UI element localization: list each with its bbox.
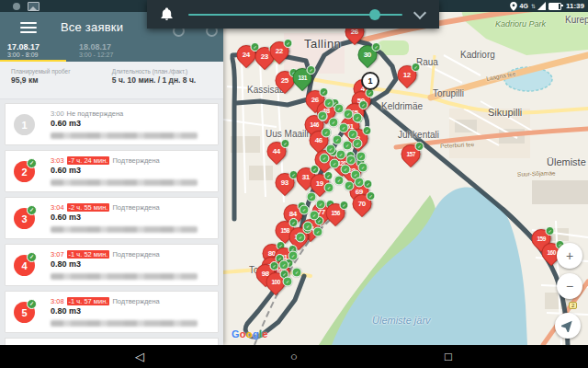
red-map-pin[interactable]: 157✓ — [401, 144, 421, 164]
notification-app-icon — [13, 3, 20, 10]
completed-stop-dot[interactable]: ✓ — [324, 183, 334, 193]
location-pin-icon — [510, 2, 517, 11]
tab-date-2[interactable]: 18.08.17 3:00 - 12:27 — [72, 42, 143, 62]
request-time: 3:04 — [51, 203, 64, 212]
completed-stop-dot[interactable]: ✓ — [343, 141, 353, 151]
request-address-blurred — [51, 273, 198, 280]
completed-stop-dot[interactable]: ✓ — [320, 154, 330, 164]
completed-stop-dot[interactable]: ✓ — [353, 139, 363, 149]
slider-thumb[interactable] — [369, 9, 380, 20]
completed-stop-dot[interactable]: ✓ — [279, 260, 289, 270]
home-button[interactable]: ○ — [290, 345, 298, 368]
map-label: Kadriorg — [460, 50, 495, 60]
menu-icon[interactable] — [20, 22, 37, 33]
notification-shade[interactable] — [147, 0, 439, 29]
sidebar-panel: Все заявки 17.08.17 3:00 - 8:09 18.08.17… — [0, 0, 223, 345]
check-badge-icon: ✓ — [546, 226, 555, 236]
battery-icon — [548, 3, 561, 10]
completed-stop-dot[interactable]: ✓ — [333, 135, 343, 145]
request-card[interactable]: 4 ✓ 3:07 -1 ч. 52 мин. Подтверждена 0.80… — [5, 244, 219, 286]
page-title: Все заявки — [61, 20, 123, 34]
completed-stop-dot[interactable]: ✓ — [353, 113, 363, 123]
red-map-pin[interactable]: 22✓ — [270, 41, 289, 61]
bell-icon — [160, 7, 174, 21]
chevron-down-icon[interactable] — [413, 6, 426, 18]
map-label: Juhkentali — [398, 130, 439, 140]
red-map-pin[interactable]: 24✓ — [237, 45, 256, 64]
recents-button[interactable]: □ — [445, 345, 452, 368]
delay-badge: -2 ч. 55 мин. — [67, 203, 110, 212]
map-label: Tallinn — [304, 37, 341, 51]
request-card[interactable]: 5 ✓ 3:08 -1 ч. 57 мин. Подтверждена 0.80… — [5, 291, 219, 333]
confirmed-check-icon: ✓ — [27, 158, 37, 168]
request-card[interactable]: 3 ✓ 3:04 -2 ч. 55 мин. Подтверждена 0.60… — [5, 197, 219, 239]
completed-stop-dot[interactable]: ✓ — [288, 251, 299, 261]
completed-stop-dot[interactable]: ✓ — [339, 123, 349, 133]
map-label: Torupilli — [433, 88, 464, 98]
completed-stop-dot[interactable]: ✓ — [346, 155, 356, 166]
map-label: Sikupilli — [488, 107, 522, 118]
request-list[interactable]: 1 3:00 Не подтверждена 0.60 m3 2 ✓ 3:03 … — [0, 98, 223, 345]
check-badge-icon: ✓ — [412, 63, 421, 72]
red-map-pin[interactable]: 25✓ — [276, 71, 295, 90]
delay-badge: -7 ч. 24 мин. — [67, 156, 110, 165]
completed-stop-dot[interactable]: ✓ — [358, 163, 368, 173]
request-number-badge: 5 ✓ — [14, 302, 35, 323]
completed-stop-dot[interactable]: ✓ — [303, 222, 313, 232]
red-map-pin[interactable]: 93✓ — [276, 173, 295, 192]
request-status: Подтверждена — [112, 203, 159, 212]
completed-stop-dot[interactable]: ✓ — [355, 178, 365, 188]
completed-stop-dot[interactable]: ✓ — [322, 128, 332, 138]
red-map-pin[interactable]: 70✓ — [353, 194, 372, 213]
request-status: Подтверждена — [112, 156, 159, 165]
zoom-out-button[interactable]: − — [557, 273, 582, 299]
tab-date-1[interactable]: 17.08.17 3:00 - 8:09 — [0, 42, 72, 62]
request-card-partial[interactable] — [5, 338, 219, 345]
completed-stop-dot[interactable]: ✓ — [318, 111, 328, 121]
brightness-slider[interactable] — [188, 14, 402, 16]
numbered-circle-marker[interactable]: 1 — [361, 72, 379, 90]
completed-stop-dot[interactable]: ✓ — [307, 192, 317, 202]
completed-stop-dot[interactable]: ✓ — [341, 165, 351, 175]
android-nav-bar: ◁ ○ □ — [0, 345, 588, 368]
red-map-pin[interactable]: 12✓ — [398, 65, 417, 85]
map-label: Kadrioru Park — [495, 19, 546, 29]
completed-stop-dot[interactable]: ✓ — [345, 181, 355, 191]
completed-stop-dot[interactable]: ✓ — [336, 150, 346, 160]
red-map-pin[interactable]: 44✓ — [267, 142, 287, 161]
check-badge-icon: ✓ — [359, 100, 368, 109]
request-number-badge: 3 ✓ — [14, 208, 35, 229]
completed-stop-dot[interactable]: ✓ — [292, 268, 302, 278]
red-map-pin[interactable]: 156✓ — [326, 203, 345, 223]
completed-stop-dot[interactable]: ✓ — [329, 118, 339, 128]
request-address-blurred — [51, 179, 198, 186]
completed-stop-dot[interactable]: ✓ — [316, 200, 326, 210]
green-map-pin[interactable]: 30✓ — [358, 45, 378, 64]
completed-stop-dot[interactable]: ✓ — [326, 144, 336, 155]
completed-stop-dot[interactable]: ✓ — [300, 205, 310, 215]
completed-stop-dot[interactable]: ✓ — [310, 211, 320, 221]
completed-stop-dot[interactable]: ✓ — [296, 233, 306, 243]
request-card[interactable]: 2 ✓ 3:03 -7 ч. 24 мин. Подтверждена 0.60… — [5, 150, 219, 192]
planned-mileage: Планируемый пробег 95,9 км — [0, 62, 101, 98]
map-label: Ülemiste järv — [372, 315, 431, 326]
map-label: Keldrimäe — [381, 101, 423, 111]
map-label: Ülemiste — [547, 156, 586, 167]
completed-stop-dot[interactable]: ✓ — [356, 152, 367, 162]
completed-stop-dot[interactable]: ✓ — [313, 227, 323, 237]
check-badge-icon: ✓ — [340, 201, 349, 210]
back-button[interactable]: ◁ — [135, 345, 144, 368]
completed-stop-dot[interactable]: ✓ — [334, 176, 345, 186]
my-location-button[interactable] — [555, 313, 581, 339]
green-map-pin[interactable]: 131✓ — [293, 68, 312, 87]
completed-stop-dot[interactable]: ✓ — [283, 277, 293, 287]
delay-badge: -1 ч. 57 мин. — [67, 297, 110, 305]
confirmed-check-icon: ✓ — [27, 252, 37, 262]
request-card[interactable]: 1 3:00 Не подтверждена 0.60 m3 — [5, 103, 219, 145]
completed-stop-dot[interactable]: ✓ — [330, 159, 340, 169]
clock: 11:39 — [566, 2, 584, 10]
map-canvas[interactable]: TallinnKassisabUus MaailmTondiKeldrimäeJ… — [223, 0, 588, 345]
completed-stop-dot[interactable]: ✓ — [324, 98, 334, 109]
data-arrows-icon: ⇅ — [531, 3, 535, 9]
zoom-in-button[interactable]: + — [557, 243, 582, 269]
